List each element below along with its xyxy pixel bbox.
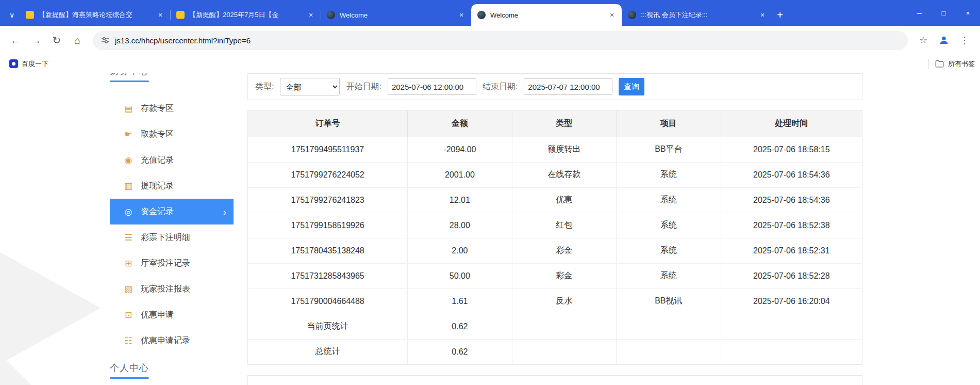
table-cell: 2025-07-06 18:54:36 [721, 162, 862, 187]
table-cell: 系统 [617, 162, 721, 187]
sidebar-item-label: 玩家投注报表 [141, 284, 190, 295]
home-button[interactable]: ⌂ [68, 31, 87, 50]
sidebar-item-label: 厅室投注记录 [141, 258, 190, 269]
new-tab-button[interactable]: + [772, 4, 788, 26]
end-date-label: 结束日期: [483, 82, 518, 92]
sidebar-item-deposit[interactable]: ▤ 存款专区 [110, 95, 234, 121]
browser-tab-2[interactable]: 【新提醒】2025年7月5日【金 × [170, 4, 321, 26]
folder-icon [935, 60, 944, 68]
table-cell: 1751799276241823 [248, 187, 408, 213]
table-cell: 1751731285843965 [248, 263, 408, 288]
browser-toolbar: ← → ↻ ⌂ js13.cc/hhcp/usercenter.html?ini… [0, 26, 980, 55]
heading-underline [110, 81, 149, 82]
col-header-project: 项目 [617, 111, 721, 137]
table-cell: 系统 [617, 213, 721, 238]
table-row: 1751799276241823 12.01 优惠 系统 2025-07-06 … [248, 187, 862, 213]
table-cell: 系统 [617, 263, 721, 288]
sidebar-item-funds-record[interactable]: ◎ 资金记录 › [110, 199, 234, 224]
tab-close-icon[interactable]: × [156, 10, 165, 20]
sidebar-item-withdraw-record[interactable]: ▥ 提现记录 [110, 173, 234, 199]
browser-tab-1[interactable]: 【新提醒】海燕策略论坛综合交 × [20, 4, 170, 26]
sidebar-item-player-bet-report[interactable]: ▧ 玩家投注报表 [110, 276, 234, 302]
document-icon: ☰ [123, 232, 134, 243]
minimize-button[interactable]: ─ [907, 0, 932, 26]
table-cell: 反水 [512, 288, 616, 314]
chevron-right-icon: › [223, 207, 226, 217]
profile-button[interactable] [935, 31, 953, 50]
table-cell: 2025-07-06 18:54:36 [721, 187, 862, 213]
table-row-page-summary: 当前页统计 0.62 [248, 314, 862, 339]
table-cell: 2025-07-06 18:52:31 [721, 238, 862, 263]
table-cell: 2001.00 [408, 162, 512, 187]
table-cell: 系统 [617, 238, 721, 263]
back-button[interactable]: ← [6, 31, 25, 50]
baidu-favicon [9, 59, 18, 68]
browser-tab-4-active[interactable]: Welcome × [471, 4, 622, 26]
tab-title: Welcome [340, 11, 452, 19]
table-cell: 2025-07-06 18:52:38 [721, 213, 862, 238]
filter-bar: 类型: 全部 开始日期: 结束日期: 查询 [247, 73, 862, 100]
cash-icon: ▥ [123, 181, 134, 191]
tab-title: :::视讯 会员下注纪录::: [641, 10, 753, 20]
tab-close-icon[interactable]: × [306, 10, 315, 20]
tab-search-button[interactable]: ∨ [4, 4, 20, 26]
table-cell: -2094.00 [408, 137, 512, 162]
coin-icon: ◎ [123, 206, 134, 217]
all-bookmarks-button[interactable]: 所有书签 [928, 59, 975, 69]
start-date-input[interactable] [388, 78, 476, 95]
profile-avatar-icon [938, 35, 950, 46]
forward-button[interactable]: → [27, 31, 45, 50]
close-button[interactable]: × [956, 0, 980, 26]
sidebar-item-label: 资金记录 [141, 206, 174, 217]
sidebar-item-recharge-record[interactable]: ◉ 充值记录 [110, 147, 234, 173]
gift-icon: ⊡ [123, 310, 134, 320]
tab-title: 【新提醒】2025年7月5日【金 [189, 10, 302, 20]
forum-favicon [26, 11, 34, 19]
main-panel: 类型: 全部 开始日期: 结束日期: 查询 订单号 金额 类型 [247, 73, 862, 385]
tab-close-icon[interactable]: × [758, 10, 767, 20]
end-date-input[interactable] [524, 78, 612, 95]
tab-close-icon[interactable]: × [607, 10, 617, 20]
reload-button[interactable]: ↻ [47, 31, 66, 50]
sidebar-item-promo-apply[interactable]: ⊡ 优惠申请 [110, 302, 234, 328]
sidebar-item-label: 取款专区 [141, 129, 174, 140]
bookmark-star-button[interactable]: ☆ [914, 31, 933, 50]
browser-tab-3[interactable]: Welcome × [321, 4, 471, 26]
bookmark-baidu[interactable]: 百度一下 [5, 59, 53, 69]
table-row: 1751799495511937 -2094.00 额度转出 BB平台 2025… [248, 137, 862, 162]
table-cell: 系统 [617, 187, 721, 213]
sidebar-item-lottery-bet-detail[interactable]: ☰ 彩票下注明细 [110, 224, 234, 250]
tab-strip: ∨ 【新提醒】海燕策略论坛综合交 × 【新提醒】2025年7月5日【金 × We… [0, 0, 980, 26]
sidebar-item-label: 存款专区 [141, 103, 174, 114]
section-title: 个人中心 [110, 362, 234, 374]
globe-favicon [327, 11, 335, 19]
table-cell [617, 339, 721, 364]
sidebar-item-withdraw[interactable]: ☛ 取款专区 [110, 121, 234, 147]
table-cell: 2.00 [408, 238, 512, 263]
browser-tab-5[interactable]: :::视讯 会员下注纪录::: × [622, 4, 772, 26]
pagination-container [247, 375, 862, 385]
table-row: 1751799158519926 28.00 红包 系统 2025-07-06 … [248, 213, 862, 238]
query-button[interactable]: 查询 [619, 78, 644, 95]
site-settings-icon[interactable] [101, 36, 109, 44]
maximize-button[interactable]: □ [932, 0, 956, 26]
sidebar-item-label: 优惠申请 [141, 310, 174, 320]
sidebar-item-hall-bet-record[interactable]: ⊞ 厅室投注记录 [110, 250, 234, 276]
table-cell [721, 314, 862, 339]
table-cell: 1751780435138248 [248, 238, 408, 263]
forum-favicon [176, 11, 185, 19]
tab-close-icon[interactable]: × [457, 10, 466, 20]
sidebar-item-promo-apply-record[interactable]: ☷ 优惠申请记录 [110, 328, 234, 354]
forward-arrow-icon: → [31, 35, 41, 46]
type-select[interactable]: 全部 [280, 78, 340, 95]
col-header-time: 处理时间 [721, 111, 862, 137]
browser-menu-button[interactable]: ⋮ [955, 31, 974, 50]
page-content: 财务中心 ▤ 存款专区 ☛ 取款专区 ◉ 充值记录 ▥ 提现记录 ◎ 资金记录 [0, 73, 980, 385]
table-cell: 2025-07-06 16:20:04 [721, 288, 862, 314]
table-cell: 50.00 [408, 263, 512, 288]
globe-favicon [628, 11, 636, 19]
records-table: 订单号 金额 类型 项目 处理时间 1751799495511937 -2094… [248, 111, 862, 364]
table-cell: 优惠 [512, 187, 616, 213]
url-bar[interactable]: js13.cc/hhcp/usercenter.html?iniType=6 [93, 31, 908, 50]
col-header-type: 类型 [512, 111, 616, 137]
